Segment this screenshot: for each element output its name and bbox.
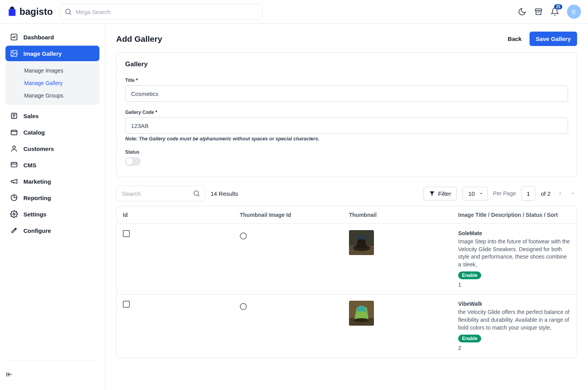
card-title: Gallery bbox=[125, 60, 568, 68]
table-row: VibeWalk the Velocity Glide offers the p… bbox=[117, 294, 577, 357]
of-pages-label: of 2 bbox=[541, 190, 551, 197]
search-icon bbox=[64, 8, 72, 16]
thumbnail-image bbox=[349, 230, 374, 255]
topbar: bagisto 25 E bbox=[0, 0, 588, 24]
svg-rect-24 bbox=[358, 236, 365, 239]
table-search-input[interactable] bbox=[116, 186, 205, 201]
svg-rect-10 bbox=[11, 130, 17, 135]
table-toolbar: 14 Results Filter 10 Per Page of 2 bbox=[116, 186, 577, 201]
chevron-down-icon bbox=[479, 191, 484, 196]
sidebar-item-sales[interactable]: Sales bbox=[5, 108, 99, 124]
row-radio[interactable] bbox=[240, 303, 247, 310]
sidebar-item-configure[interactable]: Configure bbox=[5, 223, 99, 238]
avatar[interactable]: E bbox=[567, 5, 581, 19]
sidebar-item-label: Reporting bbox=[23, 195, 51, 201]
row-description: the Velocity Glide offers the perfect ba… bbox=[458, 308, 570, 332]
svg-point-1 bbox=[66, 9, 71, 14]
sidebar-item-label: Dashboard bbox=[23, 34, 54, 41]
filter-icon bbox=[429, 190, 435, 197]
gallery-code-note: Note: The Gallery code must be alphanume… bbox=[125, 136, 568, 142]
next-page-icon[interactable] bbox=[569, 190, 577, 197]
status-label: Status bbox=[125, 149, 568, 155]
reporting-icon bbox=[10, 194, 18, 202]
status-toggle[interactable] bbox=[125, 157, 141, 166]
notifications-icon[interactable]: 25 bbox=[551, 7, 559, 16]
sidebar-item-label: Image Gallery bbox=[23, 50, 62, 57]
filter-button[interactable]: Filter bbox=[423, 187, 457, 200]
customers-icon bbox=[10, 145, 18, 152]
th-id: Id bbox=[117, 206, 234, 223]
table-header: Id Thumbnail Image Id Thumbnail Image Ti… bbox=[117, 206, 577, 224]
sidebar-item-marketing[interactable]: Marketing bbox=[5, 174, 99, 189]
mega-search-input[interactable] bbox=[60, 4, 262, 20]
search-icon bbox=[193, 190, 200, 197]
row-title: VibeWalk bbox=[458, 301, 570, 307]
marketing-icon bbox=[10, 177, 18, 185]
sidebar-item-label: CMS bbox=[23, 162, 36, 168]
sidebar: Dashboard Image Gallery Manage Images Ma… bbox=[0, 24, 105, 390]
sidebar-item-label: Catalog bbox=[23, 129, 45, 136]
settings-icon bbox=[10, 210, 18, 218]
status-badge: Enable bbox=[458, 335, 481, 342]
subnav-manage-gallery[interactable]: Manage Gallery bbox=[5, 77, 99, 89]
sidebar-item-label: Settings bbox=[23, 211, 46, 218]
results-count: 14 Results bbox=[211, 190, 238, 197]
dashboard-icon bbox=[10, 33, 18, 41]
sidebar-item-label: Marketing bbox=[23, 178, 51, 185]
title-label: Title * bbox=[125, 78, 568, 83]
table-search bbox=[116, 186, 205, 201]
notification-badge: 25 bbox=[554, 4, 562, 9]
gallery-code-input[interactable] bbox=[125, 117, 568, 134]
th-thumbnail-image-id: Thumbnail Image Id bbox=[234, 206, 343, 223]
row-radio[interactable] bbox=[240, 232, 247, 239]
row-checkbox[interactable] bbox=[123, 301, 130, 308]
catalog-icon bbox=[10, 128, 18, 136]
sidebar-item-settings[interactable]: Settings bbox=[5, 206, 99, 222]
dark-mode-icon[interactable] bbox=[518, 7, 526, 16]
cms-icon bbox=[10, 161, 18, 169]
sidebar-item-dashboard[interactable]: Dashboard bbox=[5, 29, 99, 45]
page-size-select[interactable]: 10 bbox=[462, 187, 488, 200]
brand-logo[interactable]: bagisto bbox=[7, 6, 53, 17]
svg-point-15 bbox=[13, 213, 15, 215]
mega-search bbox=[60, 4, 262, 20]
brand-name: bagisto bbox=[19, 6, 53, 17]
subnav-manage-images[interactable]: Manage Images bbox=[5, 64, 99, 77]
sidebar-item-reporting[interactable]: Reporting bbox=[5, 190, 99, 206]
save-gallery-button[interactable]: Save Gallery bbox=[530, 32, 577, 46]
gallery-form-card: Gallery Title * Gallery Code * Note: The… bbox=[116, 52, 577, 177]
sidebar-item-label: Configure bbox=[23, 227, 51, 234]
per-page-label: Per Page bbox=[493, 190, 516, 197]
sidebar-item-image-gallery[interactable]: Image Gallery bbox=[5, 46, 99, 61]
row-sort: 2 bbox=[458, 345, 570, 351]
configure-icon bbox=[10, 227, 18, 234]
sidebar-item-label: Sales bbox=[23, 113, 39, 119]
sidebar-item-catalog[interactable]: Catalog bbox=[5, 124, 99, 140]
row-description: Image Step into the future of footwear w… bbox=[458, 238, 570, 268]
svg-rect-12 bbox=[11, 162, 17, 167]
svg-line-20 bbox=[198, 195, 200, 197]
sidebar-item-customers[interactable]: Customers bbox=[5, 141, 99, 156]
topbar-actions: 25 E bbox=[518, 5, 581, 19]
store-icon[interactable] bbox=[534, 7, 543, 16]
page-header: Add Gallery Back Save Gallery bbox=[116, 32, 577, 46]
svg-rect-0 bbox=[9, 9, 15, 16]
sidebar-item-cms[interactable]: CMS bbox=[5, 157, 99, 173]
subnav-manage-groups[interactable]: Manage Groups bbox=[5, 89, 99, 102]
back-button[interactable]: Back bbox=[508, 35, 522, 42]
page-title: Add Gallery bbox=[116, 34, 162, 44]
title-input[interactable] bbox=[125, 85, 568, 102]
table-row: SoleMate Image Step into the future of f… bbox=[117, 224, 577, 294]
bag-icon bbox=[7, 7, 17, 17]
collapse-sidebar-icon[interactable] bbox=[5, 363, 99, 386]
row-checkbox[interactable] bbox=[123, 230, 130, 237]
page-number-input[interactable] bbox=[521, 186, 535, 201]
images-table: Id Thumbnail Image Id Thumbnail Image Ti… bbox=[116, 206, 577, 358]
prev-page-icon[interactable] bbox=[556, 190, 564, 197]
sales-icon bbox=[10, 112, 18, 120]
sidebar-item-label: Customers bbox=[23, 145, 54, 152]
svg-point-27 bbox=[354, 318, 369, 322]
gallery-code-label: Gallery Code * bbox=[125, 110, 568, 115]
th-meta: Image Title / Description / Status / Sor… bbox=[452, 206, 577, 223]
svg-point-5 bbox=[12, 52, 13, 53]
